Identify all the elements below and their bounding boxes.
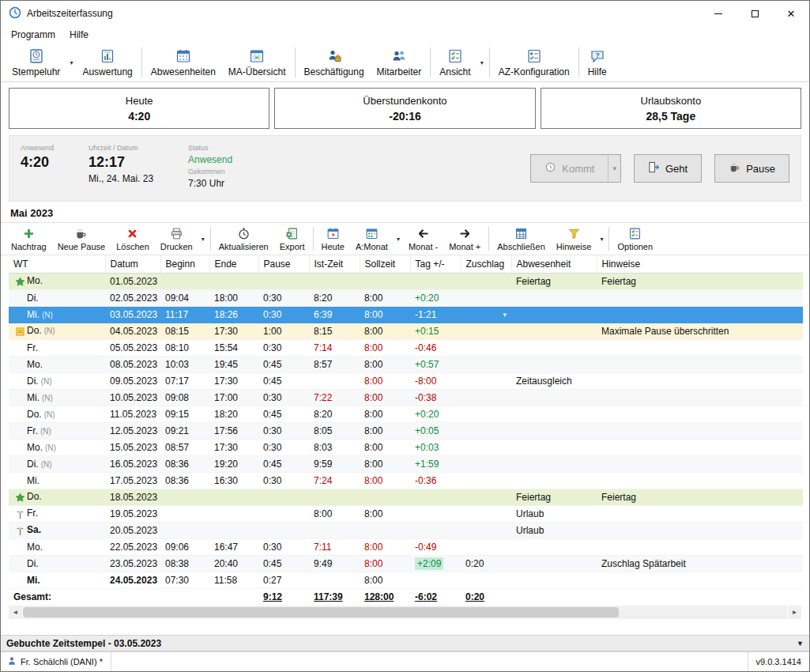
monat-plus-button[interactable]: Monat + [443, 225, 486, 253]
a-monat-button[interactable]: A:Monat [350, 225, 394, 253]
cell-soll: 8:00 [360, 323, 410, 339]
scroll-left-icon[interactable]: ◄ [9, 606, 22, 619]
heute-button[interactable]: Heute [316, 225, 350, 253]
kommt-button[interactable]: Kommt ▾ [530, 154, 621, 183]
stamps-panel-header[interactable]: Gebuchte Zeitstempel - 03.05.2023 ▼ [1, 635, 809, 651]
table-row[interactable]: Di.(N)16.05.202308:3619:200:459:598:00+1… [9, 455, 803, 472]
kommt-dropdown[interactable]: ▾ [608, 155, 620, 182]
cell-soll: 8:00 [360, 356, 410, 372]
table-row[interactable]: Mo.22.05.202309:0616:470:307:118:00-0:49 [9, 538, 803, 555]
cell-zuschlag [461, 406, 511, 422]
column-header[interactable]: Zuschlag [461, 255, 511, 273]
column-header[interactable]: Sollzeit [360, 255, 410, 273]
table-row[interactable]: Mi.24.05.202307:3011:580:278:00 [9, 572, 803, 588]
clock-out-icon [648, 161, 660, 176]
pause-button[interactable]: Pause [714, 154, 789, 183]
drucken-button[interactable]: Drucken [155, 225, 198, 253]
cell-diff [410, 489, 461, 505]
table-row[interactable]: Mi.17.05.202308:3616:300:307:248:00-0:36 [9, 472, 803, 489]
neue-pause-button[interactable]: Neue Pause [52, 225, 111, 253]
export-button[interactable]: Export [274, 225, 311, 253]
cell-zuschlag [461, 472, 511, 489]
beschaeftigung-button[interactable]: Beschäftigung [298, 45, 371, 80]
statusbar: Fr. Schälchli (DANI) * v9.0.3.1414 [1, 651, 809, 671]
table-row[interactable]: Fr.19.05.20238:008:00Urlaub [9, 505, 803, 522]
minimize-button[interactable] [700, 1, 737, 26]
datetime-column: Uhrzeit / Datum 12:17 Mi., 24. Mai. 23 [89, 144, 153, 193]
cell-beginn: 08:10 [160, 339, 209, 356]
maximize-button[interactable] [737, 1, 773, 26]
weekday-label: Do. [27, 491, 42, 502]
scrollbar-thumb[interactable] [23, 607, 619, 617]
column-header[interactable]: Abwesenheit [511, 255, 597, 273]
column-header[interactable]: Ende [209, 255, 258, 273]
monat-minus-button[interactable]: Monat - [403, 225, 443, 253]
combo-dropdown-icon[interactable]: ▾ [503, 311, 507, 319]
cell-date: 03.05.2023 [105, 306, 160, 323]
hinweise-button[interactable]: Hinweise [551, 225, 597, 253]
loeschen-item: Löschen [111, 225, 155, 253]
geht-button[interactable]: Geht [634, 154, 702, 183]
column-header[interactable]: Datum [105, 255, 160, 273]
loeschen-button[interactable]: Löschen [111, 225, 155, 253]
scroll-right-icon[interactable]: ► [788, 606, 801, 619]
table-row[interactable]: Di.02.05.202309:0418:000:308:208:00+0:20 [9, 289, 803, 306]
column-header[interactable]: WT [9, 255, 105, 273]
scrollbar-track[interactable] [23, 606, 787, 619]
close-button[interactable]: ✕ [773, 1, 809, 26]
cell-ist: 8:05 [309, 422, 360, 439]
a-monat-dropdown[interactable]: ▾ [394, 225, 403, 253]
table-row[interactable]: Di.23.05.202308:3820:400:459:498:00+2:09… [9, 555, 803, 572]
mitarbeiter-button[interactable]: Mitarbeiter [371, 45, 428, 80]
abwesenheiten-button[interactable]: Abwesenheiten [145, 45, 222, 80]
ansicht-dropdown[interactable]: ▾ [477, 45, 487, 80]
menu-programm[interactable]: Programm [4, 28, 62, 42]
cell-soll: 8:00 [360, 505, 410, 522]
optionen-button[interactable]: Optionen [612, 225, 658, 253]
hilfe-button[interactable]: ?Hilfe [582, 45, 613, 80]
nachtrag-button[interactable]: Nachtrag [6, 225, 52, 253]
table-row[interactable]: Mi.(N)03.05.202311:1718:260:306:398:00-1… [9, 306, 803, 323]
cell-beginn [160, 273, 209, 289]
drucken-item: Drucken▾ [155, 225, 208, 253]
table-row[interactable]: Do.18.05.2023FeiertagFeiertag [9, 489, 803, 505]
table-row[interactable]: Fr.05.05.202308:1015:540:307:148:00-0:46 [9, 339, 803, 356]
ansicht-button[interactable]: Ansicht [433, 45, 477, 80]
table-row[interactable]: Mo.(N)15.05.202308:5717:300:308:038:00+0… [9, 439, 803, 455]
abschliessen-button[interactable]: Abschließen [492, 225, 551, 253]
table-row[interactable]: Do.(N)04.05.202308:1517:301:008:158:00+0… [9, 323, 803, 339]
stamps-expand-icon[interactable]: ▼ [797, 640, 804, 647]
titlebar: Arbeitszeiterfassung ✕ [1, 1, 809, 26]
total-soll: 128:00 [360, 588, 410, 605]
summary-label: Überstundenkonto [363, 95, 446, 107]
toolbar-separator [210, 227, 211, 251]
table-row[interactable]: Mo.01.05.2023FeiertagFeiertag [9, 273, 803, 289]
column-header[interactable]: Hinweise [597, 255, 803, 273]
monat-plus-item: Monat + [443, 225, 486, 253]
column-header[interactable]: Pause [258, 255, 309, 273]
column-header[interactable]: Ist-Zeit [309, 255, 360, 273]
cell-abw: Urlaub [511, 522, 597, 538]
cell-zuschlag [461, 273, 511, 289]
cell-ende: 18:20 [209, 406, 258, 422]
table-row[interactable]: Mi.(N)10.05.202309:0817:000:307:228:00-0… [9, 389, 803, 406]
menu-hilfe[interactable]: Hilfe [62, 28, 96, 42]
column-header[interactable]: Tag +/- [410, 255, 461, 273]
table-row[interactable]: Do.(N)11.05.202309:1518:200:458:208:00+0… [9, 406, 803, 422]
ma-uebersicht-button[interactable]: MA-Übersicht [222, 45, 292, 80]
az-konfiguration-button[interactable]: AZ-Konfiguration [492, 45, 576, 80]
toolbar-button-label: Stempeluhr [12, 66, 60, 77]
horizontal-scrollbar[interactable]: ◄ ► [9, 606, 801, 619]
column-header[interactable]: Beginn [160, 255, 209, 273]
stempeluhr-dropdown[interactable]: ▾ [66, 45, 76, 80]
aktualisieren-button[interactable]: Aktualisieren [213, 225, 274, 253]
table-row[interactable]: Di.(N)09.05.202307:1717:300:458:00-8:00Z… [9, 372, 803, 389]
toolbar-button-label: Ansicht [439, 66, 470, 77]
drucken-dropdown[interactable]: ▾ [198, 225, 208, 253]
table-row[interactable]: Sa.20.05.2023Urlaub [9, 522, 803, 538]
stempeluhr-button[interactable]: Stempeluhr [6, 45, 66, 80]
table-row[interactable]: Mo.08.05.202310:0319:450:458:578:00+0:57 [9, 356, 803, 372]
hinweise-dropdown[interactable]: ▾ [597, 225, 606, 253]
table-row[interactable]: Fr.(N)12.05.202309:2117:560:308:058:00+0… [9, 422, 803, 439]
auswertung-button[interactable]: Auswertung [76, 45, 138, 80]
